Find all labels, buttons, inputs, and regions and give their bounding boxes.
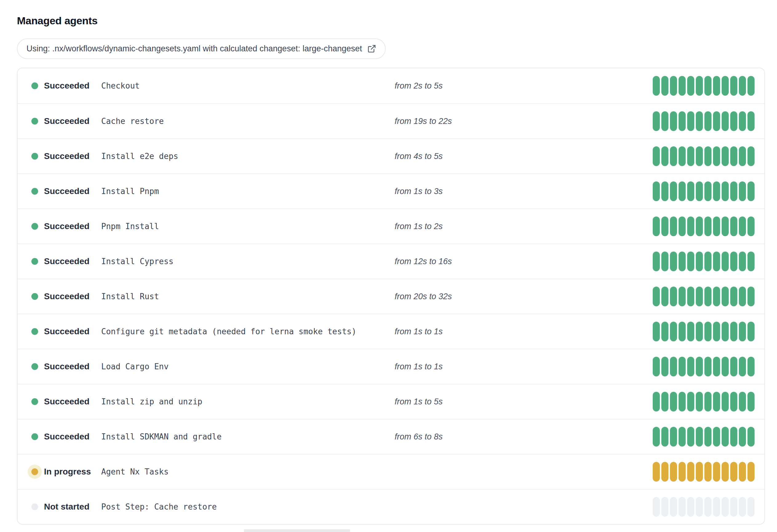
- progress-segment: [661, 217, 668, 236]
- progress-segment: [653, 252, 660, 271]
- progress-segment: [661, 462, 668, 482]
- duration-range: from 12s to 16s: [395, 257, 653, 266]
- progress-segment: [653, 287, 660, 306]
- progress-segment: [696, 181, 703, 201]
- progress-segments: [653, 76, 755, 96]
- progress-segment: [670, 146, 677, 166]
- status-dot-circle: [31, 83, 38, 89]
- status-dot-circle: [31, 503, 38, 510]
- progress-segment: [679, 322, 686, 341]
- status-dot: [31, 293, 38, 300]
- progress-segments: [653, 427, 755, 446]
- status-dot-circle: [31, 118, 38, 125]
- progress-segment: [696, 322, 703, 341]
- status-dot-circle: [31, 153, 38, 160]
- agent-step-row[interactable]: Succeeded Cache restore from 19s to 22s: [17, 103, 764, 138]
- progress-segment: [748, 497, 755, 517]
- agent-step-row[interactable]: Succeeded Install Pnpm from 1s to 3s: [17, 173, 764, 209]
- agent-step-row[interactable]: Succeeded Pnpm Install from 1s to 2s: [17, 209, 764, 244]
- progress-segment: [713, 497, 720, 517]
- progress-segment: [713, 392, 720, 411]
- step-name: Install e2e deps: [101, 152, 395, 161]
- progress-segment: [748, 462, 755, 482]
- workflow-banner-link[interactable]: Using: .nx/workflows/dynamic-changesets.…: [17, 38, 386, 59]
- progress-segment: [687, 181, 694, 201]
- progress-segment: [730, 111, 737, 131]
- status-dot: [31, 328, 38, 335]
- progress-segment: [696, 392, 703, 411]
- progress-segment: [696, 217, 703, 236]
- progress-segment: [748, 287, 755, 306]
- agent-step-row[interactable]: Succeeded Checkout from 2s to 5s: [17, 68, 764, 103]
- status-label: Succeeded: [44, 81, 101, 91]
- progress-segments: [653, 146, 755, 166]
- progress-segment: [687, 497, 694, 517]
- progress-segments: [653, 357, 755, 376]
- progress-segment: [713, 357, 720, 376]
- progress-segment: [730, 462, 737, 482]
- progress-segment: [704, 111, 711, 131]
- progress-segment: [748, 322, 755, 341]
- progress-segment: [653, 76, 660, 96]
- progress-segment: [722, 76, 729, 96]
- progress-segments: [653, 497, 755, 517]
- agent-step-row[interactable]: Succeeded Install SDKMAN and gradle from…: [17, 419, 764, 454]
- progress-segment: [722, 427, 729, 446]
- agent-step-row[interactable]: Succeeded Install e2e deps from 4s to 5s: [17, 138, 764, 173]
- progress-segment: [704, 322, 711, 341]
- step-name: Cache restore: [101, 117, 395, 126]
- status-dot: [31, 398, 38, 405]
- agent-step-row[interactable]: Succeeded Install Rust from 20s to 32s: [17, 279, 764, 314]
- progress-segment: [739, 497, 746, 517]
- step-name: Install zip and unzip: [101, 397, 395, 406]
- progress-segment: [653, 146, 660, 166]
- progress-segments: [653, 217, 755, 236]
- progress-segment: [730, 146, 737, 166]
- progress-segment: [679, 462, 686, 482]
- status-label: In progress: [44, 467, 101, 477]
- status-label: Succeeded: [44, 291, 101, 301]
- agent-step-row[interactable]: Succeeded Load Cargo Env from 1s to 1s: [17, 349, 764, 384]
- progress-segment: [739, 392, 746, 411]
- progress-segment: [661, 392, 668, 411]
- duration-range: from 1s to 3s: [395, 187, 653, 196]
- step-name: Install Pnpm: [101, 187, 395, 196]
- agent-step-row[interactable]: Succeeded Install zip and unzip from 1s …: [17, 384, 764, 419]
- status-label: Succeeded: [44, 326, 101, 337]
- agent-step-row[interactable]: Succeeded Install Cypress from 12s to 16…: [17, 244, 764, 279]
- progress-segment: [739, 217, 746, 236]
- progress-segment: [722, 252, 729, 271]
- page-title: Managed agents: [17, 15, 98, 27]
- progress-segment: [670, 181, 677, 201]
- agent-step-row[interactable]: In progress Agent Nx Tasks: [17, 454, 764, 489]
- external-link-icon: [367, 44, 376, 53]
- progress-segment: [722, 497, 729, 517]
- progress-segments: [653, 287, 755, 306]
- duration-range: from 20s to 32s: [395, 292, 653, 301]
- progress-segment: [687, 392, 694, 411]
- progress-segment: [653, 322, 660, 341]
- status-dot-circle: [31, 258, 38, 265]
- duration-range: from 6s to 8s: [395, 432, 653, 441]
- progress-segment: [730, 497, 737, 517]
- progress-segment: [730, 76, 737, 96]
- progress-segment: [730, 427, 737, 446]
- progress-segment: [739, 357, 746, 376]
- step-name: Configure git metadata (needed for lerna…: [101, 327, 395, 336]
- duration-range: from 2s to 5s: [395, 81, 653, 91]
- status-dot: [31, 433, 38, 440]
- progress-segment: [687, 76, 694, 96]
- progress-segment: [748, 427, 755, 446]
- progress-segment: [687, 252, 694, 271]
- status-dot: [31, 188, 38, 195]
- status-label: Not started: [44, 502, 101, 512]
- progress-segment: [748, 146, 755, 166]
- progress-segment: [687, 146, 694, 166]
- progress-segment: [653, 181, 660, 201]
- agent-step-row[interactable]: Succeeded Configure git metadata (needed…: [17, 314, 764, 349]
- progress-segment: [670, 427, 677, 446]
- progress-segment: [670, 462, 677, 482]
- progress-segment: [679, 252, 686, 271]
- progress-segment: [696, 497, 703, 517]
- agent-step-row[interactable]: Not started Post Step: Cache restore: [17, 489, 764, 524]
